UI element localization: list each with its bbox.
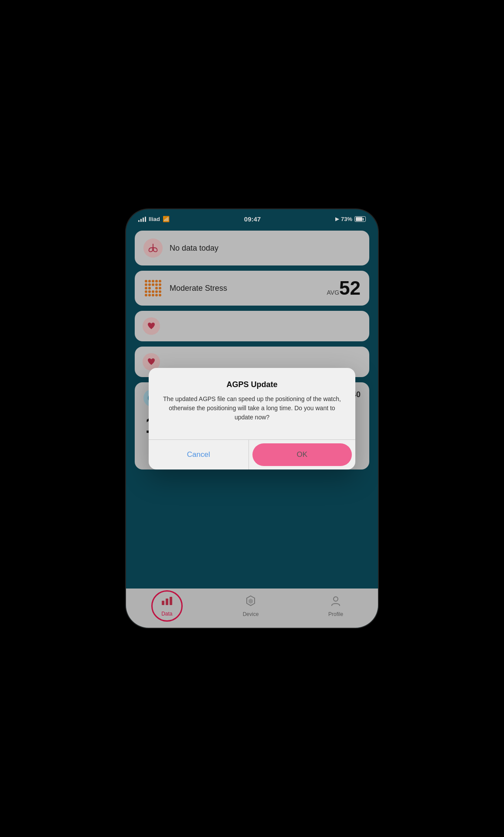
phone-frame: lliad 📶 09:47 ▶ 73% No data today — [126, 209, 378, 628]
agps-modal: AGPS Update The updated AGPS file can sp… — [149, 368, 355, 470]
ok-button[interactable]: OK — [252, 443, 352, 466]
modal-buttons: Cancel OK — [149, 440, 355, 470]
modal-overlay: AGPS Update The updated AGPS file can sp… — [126, 209, 378, 628]
modal-title: AGPS Update — [159, 380, 345, 389]
modal-body: The updated AGPS file can speed up the p… — [159, 395, 345, 422]
modal-button-divider — [249, 440, 249, 470]
cancel-button[interactable]: Cancel — [149, 440, 248, 470]
modal-content: AGPS Update The updated AGPS file can sp… — [149, 368, 355, 431]
